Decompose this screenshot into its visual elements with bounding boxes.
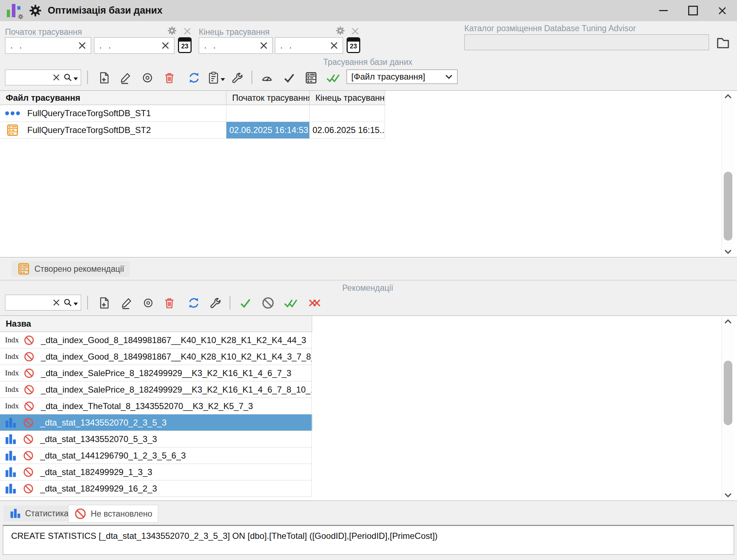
trace-table-scrollbar[interactable] xyxy=(722,91,734,257)
not-installed-icon xyxy=(23,450,38,461)
table-row[interactable]: _dta_stat_1441296790_1_2_3_5_6_3 xyxy=(0,447,312,464)
not-installed-icon xyxy=(23,417,38,428)
trace-file-name: FullQueryTraceTorgSoftDB_ST1 xyxy=(25,108,151,118)
toolbar-separator xyxy=(252,71,252,84)
trace-end-from-field[interactable]: . . xyxy=(199,37,273,54)
trace-search-box[interactable] xyxy=(5,70,81,85)
add-recommendation-button[interactable] xyxy=(96,295,113,311)
show-recommendations-button[interactable] xyxy=(302,70,320,86)
apply-recommendation-button[interactable] xyxy=(237,295,254,311)
close-button[interactable] xyxy=(708,0,737,21)
search-icon[interactable] xyxy=(63,73,72,82)
clear-date-icon[interactable] xyxy=(161,41,170,50)
recommendations-search-box[interactable] xyxy=(5,295,81,310)
apply-all-recommendations-button[interactable] xyxy=(281,295,301,311)
table-row[interactable]: Indx _dta_index_Good_8_1849981867__K40_K… xyxy=(0,332,312,348)
column-header-end[interactable]: Кінець трасування xyxy=(310,91,385,105)
table-row-selected[interactable]: _dta_stat_1343552070_2_3_5_3 xyxy=(0,414,312,431)
trace-start-filter-clear-icon[interactable] xyxy=(183,27,192,35)
statistics-icon xyxy=(0,466,23,478)
date-value: . . xyxy=(94,41,161,51)
trace-start-calendar-button[interactable]: 23 xyxy=(178,37,192,53)
view-trace-button[interactable] xyxy=(139,70,156,86)
refresh-recommendations-button[interactable] xyxy=(185,295,202,311)
column-header-file[interactable]: Файл трасування xyxy=(0,91,226,105)
refresh-traces-button[interactable] xyxy=(186,70,203,86)
scroll-up-icon[interactable] xyxy=(724,94,732,99)
trace-end-filter-settings-icon[interactable] xyxy=(335,26,345,35)
trace-end-cell: 02.06.2025 16:15... xyxy=(310,122,385,138)
scroll-up-icon[interactable] xyxy=(724,319,732,324)
legend-label: Статистика xyxy=(25,509,69,518)
trace-start-cell xyxy=(226,105,310,122)
recommendation-settings-button[interactable] xyxy=(207,295,224,311)
apply-trace-button[interactable] xyxy=(281,70,298,86)
table-row[interactable]: _dta_stat_1343552070_5_3_3 xyxy=(0,431,312,447)
clear-search-icon[interactable] xyxy=(52,299,60,307)
table-row[interactable]: Indx _dta_index_SalePrice_8_182499929__K… xyxy=(0,381,312,398)
clear-date-icon[interactable] xyxy=(330,41,338,50)
search-icon[interactable] xyxy=(63,298,72,307)
view-recommendation-button[interactable] xyxy=(140,295,157,311)
legend-label: Не встановлено xyxy=(91,509,152,519)
edit-trace-button[interactable] xyxy=(117,70,135,86)
clear-date-icon[interactable] xyxy=(259,41,268,50)
copy-trace-button[interactable] xyxy=(205,70,227,86)
scroll-down-icon[interactable] xyxy=(724,249,732,254)
table-row[interactable]: Indx _dta_index_SalePrice_8_182499929__K… xyxy=(0,365,312,381)
view-icon xyxy=(142,72,153,84)
logo-square-blue xyxy=(17,6,20,10)
recommendation-name: _dta_stat_182499929_16_2_3 xyxy=(38,484,157,494)
table-row[interactable]: Indx _dta_index_TheTotal_8_1343552070__K… xyxy=(0,398,312,414)
recommendations-table-scrollbar[interactable] xyxy=(722,316,734,500)
index-type-label: Indx xyxy=(0,385,24,394)
edit-recommendation-button[interactable] xyxy=(118,295,136,311)
run-tuning-button[interactable] xyxy=(258,70,276,86)
trace-end-to-field[interactable]: . . xyxy=(275,37,343,54)
maximize-button[interactable] xyxy=(678,0,708,21)
delete-recommendation-button[interactable] xyxy=(161,295,178,311)
trace-start-filter-settings-icon[interactable] xyxy=(167,26,177,35)
trace-end-calendar-button[interactable]: 23 xyxy=(347,37,360,53)
trace-settings-button[interactable] xyxy=(229,70,246,86)
search-options-arrow-icon[interactable] xyxy=(74,77,78,80)
table-row[interactable]: Indx _dta_index_Good_8_1849981867__K40_K… xyxy=(0,348,312,365)
reject-all-recommendations-button[interactable] xyxy=(305,295,325,311)
scrollbar-thumb[interactable] xyxy=(724,361,732,425)
apply-all-button[interactable] xyxy=(324,70,344,86)
chevron-down-icon xyxy=(445,74,453,79)
trace-file-cell: FullQueryTraceTorgSoftDB_ST1 xyxy=(0,105,226,122)
search-options-arrow-icon[interactable] xyxy=(74,303,78,305)
trace-start-cell-selected[interactable]: 02.06.2025 16:14:53 xyxy=(226,122,310,138)
trace-start-from-field[interactable]: . . xyxy=(5,37,91,54)
table-row[interactable]: _dta_stat_182499929_16_2_3 xyxy=(0,480,312,497)
add-trace-button[interactable] xyxy=(96,70,113,86)
reject-recommendation-button[interactable] xyxy=(259,295,277,311)
toolbar-separator xyxy=(230,296,230,309)
trace-search-input[interactable] xyxy=(5,72,52,82)
date-value: . . xyxy=(275,41,330,51)
table-row[interactable]: _dta_stat_182499929_1_3_3 xyxy=(0,464,312,480)
trace-section-title: Трасування бази даних xyxy=(294,57,441,67)
dta-catalog-input[interactable] xyxy=(464,34,709,50)
scroll-down-icon[interactable] xyxy=(724,493,732,498)
trace-start-to-field[interactable]: . . xyxy=(94,37,174,54)
minimize-button[interactable] xyxy=(649,0,678,21)
recommendations-search-input[interactable] xyxy=(5,298,52,308)
column-header-name[interactable]: Назва xyxy=(0,316,312,332)
trace-end-filter-clear-icon[interactable] xyxy=(351,27,360,35)
table-row[interactable]: FullQueryTraceTorgSoftDB_ST1 xyxy=(0,105,385,122)
calendar-icon-number: 23 xyxy=(348,42,359,51)
clear-search-icon[interactable] xyxy=(52,73,60,81)
delete-trace-button[interactable] xyxy=(161,70,178,86)
trace-type-dropdown[interactable]: [Файл трасування] xyxy=(347,70,457,84)
index-type-label: Indx xyxy=(0,369,24,378)
scrollbar-thumb[interactable] xyxy=(724,172,732,241)
not-installed-icon xyxy=(23,483,38,494)
clear-date-icon[interactable] xyxy=(78,41,86,50)
column-header-start[interactable]: Початок трасування xyxy=(226,91,310,105)
table-row[interactable]: FullQueryTraceTorgSoftDB_ST2 02.06.2025 … xyxy=(0,122,385,139)
not-installed-icon xyxy=(74,508,86,520)
calendar-icon-top xyxy=(348,38,359,42)
browse-folder-button[interactable] xyxy=(715,34,731,51)
